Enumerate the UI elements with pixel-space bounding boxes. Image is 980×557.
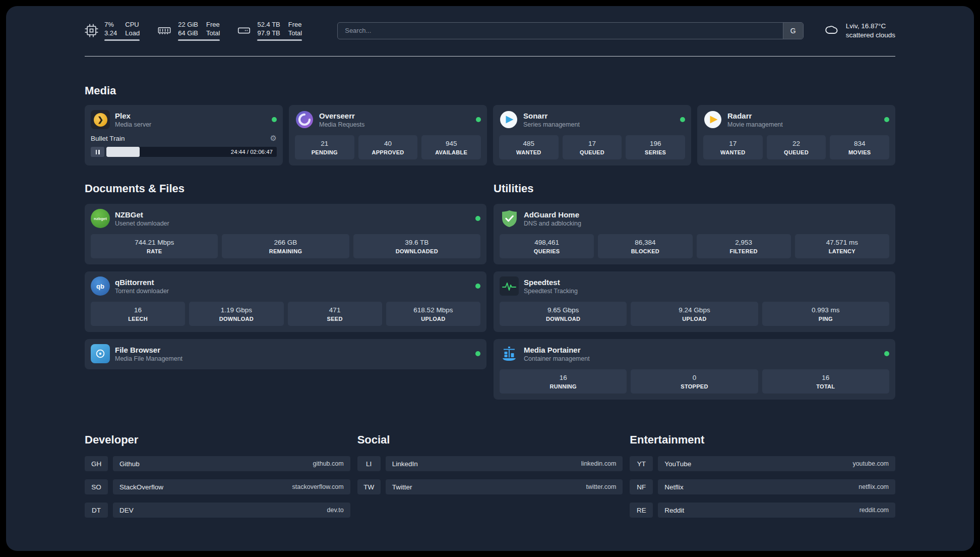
hard-drive-icon (237, 24, 251, 37)
bookmark-youtube[interactable]: YT YouTube youtube.com (630, 456, 895, 471)
dashboard-page: 7% 3.24 CPU Load (6, 6, 974, 551)
overseerr-icon (295, 110, 314, 129)
app-name: qBittorrent (115, 277, 169, 287)
search-input[interactable] (338, 23, 782, 39)
bookmark-github[interactable]: GH Github github.com (85, 456, 350, 471)
stat-upload: 9.24 Gbps UPLOAD (631, 302, 758, 326)
seek-bar[interactable]: 24:44 / 02:06:47 (106, 147, 277, 157)
ram-free-label: Free (206, 20, 220, 29)
seek-progress (106, 147, 140, 157)
bookmark-group-entertainment: Entertainment YT YouTube youtube.com NF … (630, 433, 895, 518)
adguard-shield-icon (500, 209, 519, 228)
qbittorrent-card[interactable]: qb qBittorrent Torrent downloader 16 (85, 271, 486, 332)
stat-upload: 618.52 Mbps UPLOAD (386, 302, 480, 326)
section-title-media: Media (85, 84, 895, 98)
app-name: File Browser (115, 345, 182, 355)
status-indicator (476, 117, 481, 122)
status-indicator (475, 284, 480, 289)
bookmark-abbr: GH (85, 456, 108, 471)
bookmark-name: Twitter (392, 483, 412, 491)
bookmark-url: twitter.com (586, 483, 617, 490)
now-playing-title: Bullet Train (91, 135, 125, 142)
app-name: Media Portainer (524, 345, 590, 355)
bookmark-abbr: LI (357, 456, 381, 471)
nzbget-card[interactable]: nzbget NZBGet Usenet downloader 744.21 M… (85, 204, 486, 264)
stat-approved: 40 APPROVED (358, 135, 418, 159)
bookmark-twitter[interactable]: TW Twitter twitter.com (357, 479, 623, 494)
bookmark-reddit[interactable]: RE Reddit reddit.com (630, 503, 895, 518)
cpu-chip-icon (85, 24, 98, 37)
cpu-label: CPU (125, 20, 140, 29)
cloud-icon (822, 23, 840, 39)
app-name: Overseerr (319, 111, 364, 121)
gear-icon[interactable]: ⚙ (270, 134, 277, 143)
weather-condition: scattered clouds (846, 31, 895, 40)
status-indicator (680, 117, 685, 122)
portainer-card[interactable]: Media Portainer Container management 16 … (494, 339, 895, 400)
bookmark-url: netflix.com (859, 483, 889, 490)
ram-widget: 22 GiB 64 GiB Free Total (157, 20, 220, 41)
qbittorrent-icon: qb (91, 276, 110, 296)
adguard-card[interactable]: AdGuard Home DNS and adblocking 498,461 … (494, 204, 895, 264)
nzbget-icon: nzbget (91, 209, 110, 228)
bookmark-name: Netflix (664, 483, 684, 491)
stat-stopped: 0 STOPPED (631, 369, 758, 394)
stat-queries: 498,461 QUERIES (500, 234, 594, 258)
plex-card[interactable]: ❯ Plex Media server Bullet Train ⚙ (85, 105, 283, 165)
app-name: Speedtest (524, 277, 578, 287)
bookmark-dev[interactable]: DT DEV dev.to (85, 503, 350, 518)
bookmark-url: youtube.com (852, 460, 889, 467)
filebrowser-icon (91, 344, 110, 363)
portainer-crane-icon (500, 344, 519, 363)
bookmark-name: DEV (119, 507, 134, 514)
app-description: Container management (524, 355, 590, 363)
ram-free-value: 22 GiB (178, 20, 198, 29)
stat-download: 1.19 Gbps DOWNLOAD (189, 302, 283, 326)
app-name: NZBGet (115, 210, 169, 219)
stat-remaining: 266 GB REMAINING (222, 234, 349, 258)
disk-free-label: Free (288, 20, 302, 29)
bookmark-url: linkedin.com (581, 460, 616, 467)
disk-widget: 52.4 TB 97.9 TB Free Total (237, 20, 302, 41)
cpu-load-value: 3.24 (104, 29, 117, 37)
bookmark-stackoverflow[interactable]: SO StackOverflow stackoverflow.com (85, 479, 350, 494)
bookmark-abbr: DT (85, 503, 108, 518)
status-indicator (884, 351, 889, 356)
stat-downloaded: 39.6 TB DOWNLOADED (353, 234, 480, 258)
stat-queued: 17 QUEUED (563, 135, 622, 159)
bookmark-name: Reddit (664, 507, 684, 514)
overseerr-card[interactable]: Overseerr Media Requests 21 PENDING 40 A… (289, 105, 487, 165)
filebrowser-card[interactable]: File Browser Media File Management (85, 339, 486, 369)
status-indicator (884, 117, 889, 122)
stat-leech: 16 LEECH (91, 302, 185, 326)
radarr-card[interactable]: Radarr Movie management 17 WANTED 22 QUE… (697, 105, 895, 165)
disk-free-value: 52.4 TB (257, 20, 280, 29)
stat-wanted: 17 WANTED (703, 135, 763, 159)
status-indicator (475, 216, 480, 221)
bookmark-netflix[interactable]: NF Netflix netflix.com (630, 479, 895, 494)
bookmark-linkedin[interactable]: LI LinkedIn linkedin.com (357, 456, 623, 471)
weather-location-temp: Lviv, 16.87°C (846, 22, 895, 31)
stat-queued: 22 QUEUED (767, 135, 826, 159)
stat-movies: 834 MOVIES (830, 135, 889, 159)
disk-usage-bar (257, 39, 302, 41)
stat-total: 16 TOTAL (762, 369, 889, 394)
section-title-entertainment: Entertainment (630, 433, 895, 447)
pause-button[interactable] (91, 147, 104, 157)
bookmark-name: YouTube (664, 460, 691, 468)
bookmark-group-developer: Developer GH Github github.com SO StackO… (85, 433, 350, 518)
header-divider (85, 56, 895, 57)
sonarr-card[interactable]: Sonarr Series management 485 WANTED 17 Q… (493, 105, 691, 165)
radarr-icon (703, 110, 722, 129)
status-indicator (475, 351, 480, 356)
plex-icon: ❯ (91, 110, 110, 129)
search-bar: G (337, 22, 803, 39)
search-engine-button[interactable]: G (783, 23, 803, 39)
speedtest-card[interactable]: Speedtest Speedtest Tracking 9.65 Gbps D… (494, 271, 895, 332)
app-name: Sonarr (523, 111, 580, 121)
app-description: Media server (115, 121, 151, 129)
app-description: DNS and adblocking (524, 219, 581, 228)
playback-time: 24:44 / 02:06:47 (231, 147, 273, 157)
ram-usage-bar (178, 39, 220, 41)
stat-latency: 47.571 ms LATENCY (795, 234, 889, 258)
